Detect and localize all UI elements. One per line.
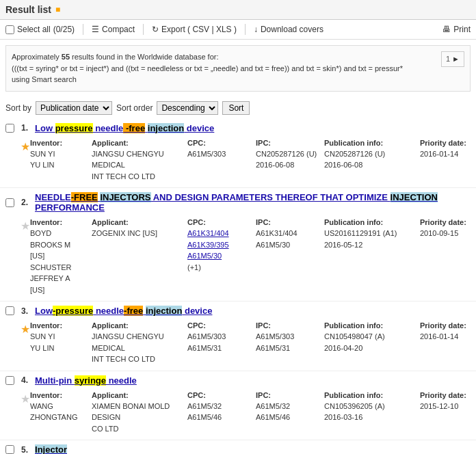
- applicant-label: Applicant:: [92, 218, 181, 226]
- cpc-value: A61M5/31: [187, 344, 222, 352]
- smart-search-label: using Smart search: [12, 75, 77, 83]
- cpc-label: CPC:: [187, 321, 249, 330]
- applicant-value: JIANGSU CHENGYU MEDICALINT TECH CO LTD: [92, 331, 181, 365]
- result-title-link[interactable]: Low-pressure needle-free injection devic…: [35, 306, 212, 316]
- applicant-value: ZOGENIX INC [US]: [92, 228, 181, 239]
- inventor-col: Inventor: WANGZHONGTANG: [30, 391, 85, 435]
- result-number: 3.: [21, 306, 28, 316]
- priority-label: Priority date:: [420, 321, 475, 330]
- inventor-col: Inventor: BOYD BROOKS M[US]SCHUSTERJEFFR…: [30, 218, 85, 295]
- result-title-row: 3. Low-pressure needle-free injection de…: [0, 302, 476, 319]
- ipc-label: IPC:: [256, 218, 317, 226]
- pubinfo-col: Publication info: CN105498047 (A)2016-04…: [324, 321, 413, 365]
- pubinfo-value: CN105498047 (A)2016-04-20: [324, 331, 413, 353]
- compact-icon: ☰: [92, 25, 99, 34]
- star-icon[interactable]: ★: [21, 220, 30, 232]
- sort-bar: Sort by Publication date Sort order Desc…: [0, 97, 476, 119]
- export-button[interactable]: ↻ Export ( CSV | XLS ): [152, 25, 237, 34]
- divider-3: [245, 24, 246, 35]
- inventor-value: SUN YIYU LIN: [30, 331, 85, 353]
- result-checkbox[interactable]: [5, 445, 14, 454]
- cpc-values: A61M5/303: [187, 148, 249, 160]
- result-checkbox[interactable]: [5, 376, 14, 385]
- inventor-value: BOYD BROOKS M[US]SCHUSTERJEFFREY A [US]: [30, 228, 85, 295]
- cpc-label: CPC:: [187, 218, 249, 226]
- star-col: ★: [21, 139, 30, 183]
- result-text: results found in the Worldwide database …: [72, 53, 218, 61]
- cpc-values: A61K31/404A61K39/395A61M5/30(+1): [187, 228, 249, 273]
- star-col: ★: [21, 391, 30, 435]
- download-icon: ↓: [254, 25, 258, 34]
- result-details: ★ Inventor: SUN YIYU LIN Applicant: JIAN…: [0, 319, 476, 371]
- inventor-label: Inventor:: [30, 218, 85, 226]
- cpc-values: A61M5/303A61M5/31: [187, 331, 249, 353]
- inventor-label: Inventor:: [30, 321, 85, 330]
- select-all-label: Select all: [17, 25, 51, 34]
- priority-label: Priority date:: [420, 391, 475, 399]
- ipc-label: IPC:: [256, 139, 317, 147]
- export-icon: ↻: [152, 25, 159, 34]
- detail-grid: Inventor: SUN YIYU LIN Applicant: JIANGS…: [30, 321, 475, 365]
- result-item: 3. Low-pressure needle-free injection de…: [0, 302, 476, 371]
- ipc-col: IPC: A61M5/303A61M5/31: [256, 321, 317, 365]
- pubinfo-label: Publication info:: [324, 218, 413, 226]
- priority-value: 2016-01-14: [420, 331, 475, 343]
- priority-col: Priority date: 2016-01-14: [420, 321, 475, 365]
- cpc-col: CPC: A61M5/32A61M5/46: [187, 391, 249, 435]
- applicant-col: Applicant: ZOGENIX INC [US]: [92, 218, 181, 295]
- result-details: ★ Inventor: WANGZHONGTANG Applicant: XIA…: [0, 388, 476, 440]
- result-title-link[interactable]: NEEDLE-FREE INJECTORS AND DESIGN PARAMET…: [35, 192, 471, 213]
- toolbar: Select all (0/25) ☰ Compact ↻ Export ( C…: [0, 20, 476, 40]
- detail-grid: Inventor: BOYD BROOKS M[US]SCHUSTERJEFFR…: [30, 218, 475, 295]
- result-checkbox[interactable]: [5, 306, 14, 315]
- cpc-value: A61M5/303: [187, 332, 226, 340]
- result-header: Result list ■: [0, 0, 476, 20]
- result-checkbox[interactable]: [5, 124, 14, 133]
- select-count: (0/25): [53, 25, 75, 34]
- page-nav[interactable]: 1 ►: [441, 51, 464, 67]
- divider-1: [83, 24, 83, 35]
- detail-grid: Inventor: WANGZHONGTANG Applicant: XIAME…: [30, 391, 475, 435]
- print-icon: 🖶: [442, 25, 451, 34]
- star-icon[interactable]: ★: [21, 393, 30, 405]
- cpc-link[interactable]: A61K31/404: [187, 229, 229, 237]
- select-all-checkbox[interactable]: Select all (0/25): [5, 25, 75, 34]
- priority-label: Priority date:: [420, 218, 475, 226]
- result-item: 1. Low pressure needle -free injection d…: [0, 119, 476, 189]
- result-title-link[interactable]: Low pressure needle -free injection devi…: [35, 123, 214, 133]
- page-title: Result list: [5, 4, 51, 15]
- cpc-value: A61M5/46: [187, 413, 222, 421]
- download-covers-button[interactable]: ↓ Download covers: [254, 25, 323, 34]
- cpc-col: CPC: A61M5/303: [187, 139, 249, 183]
- cpc-link[interactable]: A61M5/30: [187, 252, 222, 260]
- result-checkbox[interactable]: [5, 198, 14, 207]
- print-button[interactable]: 🖶 Print: [442, 25, 471, 34]
- pubinfo-col: Publication info: CN105396205 (A)2016-03…: [324, 391, 413, 435]
- query-text: (((txt = syring* or txt = inject*) and (…: [12, 64, 403, 72]
- compact-button[interactable]: ☰ Compact: [92, 25, 135, 34]
- sort-order-select[interactable]: Descending: [157, 101, 218, 115]
- cpc-label: CPC:: [187, 391, 249, 399]
- result-item: 5. Injector ★ Inventor: ODA SHINGO Appli…: [0, 440, 476, 454]
- sort-by-select[interactable]: Publication date: [36, 101, 112, 115]
- result-title-row: 5. Injector: [0, 440, 476, 454]
- ipc-label: IPC:: [256, 391, 317, 399]
- result-title-link[interactable]: Injector: [35, 444, 67, 454]
- cpc-link[interactable]: A61K39/395: [187, 241, 229, 249]
- star-icon[interactable]: ★: [21, 323, 30, 335]
- result-details: ★ Inventor: BOYD BROOKS M[US]SCHUSTERJEF…: [0, 215, 476, 301]
- result-title-link[interactable]: Multi-pin syringe needle: [35, 375, 137, 386]
- star-icon[interactable]: ★: [21, 141, 30, 152]
- ipc-col: IPC: A61M5/32A61M5/46: [256, 391, 317, 435]
- inventor-col: Inventor: SUN YIYU LIN: [30, 139, 85, 183]
- result-title-row: 1. Low pressure needle -free injection d…: [0, 119, 476, 136]
- inventor-col: Inventor: SUN YIYU LIN: [30, 321, 85, 365]
- pubinfo-col: Publication info: US20161129191 (A1)2016…: [324, 218, 413, 295]
- result-number: 5.: [21, 445, 28, 455]
- sort-button[interactable]: Sort: [222, 101, 250, 115]
- result-count: 55: [62, 53, 70, 61]
- select-all-input[interactable]: [5, 25, 14, 34]
- star-col: ★: [21, 218, 30, 295]
- rss-icon[interactable]: ■: [55, 5, 60, 14]
- applicant-label: Applicant:: [92, 391, 181, 399]
